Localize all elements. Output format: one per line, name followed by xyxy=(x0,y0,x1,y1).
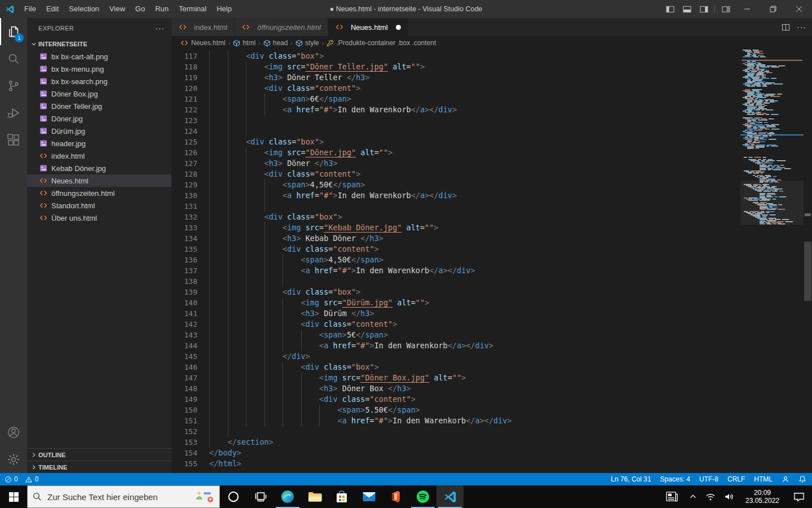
wifi-icon[interactable] xyxy=(701,485,720,508)
taskbar-file-explorer-icon[interactable] xyxy=(301,485,328,508)
minimap[interactable] xyxy=(740,50,804,473)
taskbar-cortana-icon[interactable] xyxy=(220,485,247,508)
code-line[interactable]: 150 <span>5.50€</span> xyxy=(171,405,812,415)
code-line[interactable]: 131 xyxy=(171,201,812,212)
code-line[interactable]: 154</body> xyxy=(171,448,812,458)
code-line[interactable]: 148 <h3> Döner Box </h3> xyxy=(171,383,812,394)
toggle-sidebar-icon[interactable] xyxy=(661,0,678,18)
taskbar-mail-icon[interactable] xyxy=(355,485,382,508)
line-number[interactable]: 141 xyxy=(171,308,197,319)
restore-button[interactable] xyxy=(760,0,786,18)
code-line[interactable]: 151 <a href="#">In den Warenkorb</a></di… xyxy=(171,415,812,426)
line-number[interactable]: 146 xyxy=(171,362,197,373)
code-line[interactable]: 144 <a href="#">In den Warenkorb</a></di… xyxy=(171,340,812,351)
taskbar-edge-icon[interactable] xyxy=(274,485,301,508)
line-number[interactable]: 131 xyxy=(171,201,197,212)
file-item[interactable]: Kebab Döner.jpg xyxy=(27,162,171,174)
line-number[interactable]: 151 xyxy=(171,415,197,426)
status-encoding[interactable]: UTF-8 xyxy=(699,475,718,483)
sidebar-more-actions[interactable]: ··· xyxy=(155,24,165,33)
action-center-icon[interactable] xyxy=(786,485,812,508)
line-number[interactable]: 144 xyxy=(171,340,197,351)
menu-file[interactable]: File xyxy=(19,0,41,18)
file-item[interactable]: Standort.html xyxy=(27,199,171,212)
tray-clock[interactable]: 20:09 23.05.2022 xyxy=(739,485,786,508)
code-line[interactable]: 145 </div> xyxy=(171,351,812,362)
activitybar-explorer-icon[interactable]: 1 xyxy=(0,18,27,45)
split-editor-icon[interactable] xyxy=(782,23,790,32)
outline-section-header[interactable]: OUTLINE xyxy=(27,448,171,461)
activitybar-run-debug-icon[interactable] xyxy=(0,99,27,126)
file-item[interactable]: Döner Box.jpg xyxy=(27,87,171,100)
news-widget-icon[interactable] xyxy=(660,485,685,508)
close-button[interactable] xyxy=(786,0,812,18)
code-line[interactable]: 138 xyxy=(171,276,812,287)
code-line[interactable]: 121 <span>6€</span> xyxy=(171,94,812,104)
file-item[interactable]: index.html xyxy=(27,150,171,162)
line-number[interactable]: 152 xyxy=(171,426,197,437)
code-line[interactable]: 142 <div class="content"> xyxy=(171,319,812,330)
taskbar-spotify-icon[interactable] xyxy=(409,485,436,508)
code-line[interactable]: 135 <div class="content"> xyxy=(171,244,812,255)
line-number[interactable]: 126 xyxy=(171,147,197,158)
file-item[interactable]: öffnungszeiten.html xyxy=(27,187,171,199)
line-number[interactable]: 135 xyxy=(171,244,197,255)
file-item[interactable]: header.jpg xyxy=(27,137,171,150)
status-cursor-position[interactable]: Ln 76, Col 31 xyxy=(611,475,651,483)
timeline-section-header[interactable]: TIMELINE xyxy=(27,461,171,473)
code-line[interactable]: 140 <img src="Dürüm.jpg" alt=""> xyxy=(171,297,812,308)
taskbar-task-view-icon[interactable] xyxy=(247,485,274,508)
code-editor[interactable]: 117 <div class="box">118 <img src="Döner… xyxy=(171,50,812,473)
line-number[interactable]: 136 xyxy=(171,255,197,265)
code-line[interactable]: 126 <img src="Döner.jpg" alt=""> xyxy=(171,147,812,158)
line-number[interactable]: 143 xyxy=(171,330,197,340)
menu-run[interactable]: Run xyxy=(150,0,174,18)
menu-help[interactable]: Help xyxy=(211,0,237,18)
file-item[interactable]: Döner.jpg xyxy=(27,112,171,125)
line-number[interactable]: 123 xyxy=(171,115,197,126)
code-line[interactable]: 141 <h3> Dürüm </h3> xyxy=(171,308,812,319)
breadcrumb-item[interactable]: style xyxy=(295,39,319,47)
tab-öffnungszeiten.html[interactable]: öffnungszeiten.html xyxy=(235,18,328,36)
line-number[interactable]: 147 xyxy=(171,373,197,383)
menu-go[interactable]: Go xyxy=(130,0,150,18)
line-number[interactable]: 139 xyxy=(171,287,197,297)
file-item[interactable]: bx bx-search.png xyxy=(27,75,171,87)
editor-more-actions[interactable]: ··· xyxy=(797,23,806,32)
line-number[interactable]: 129 xyxy=(171,179,197,190)
feedback-icon[interactable] xyxy=(782,475,789,483)
status-language-mode[interactable]: HTML xyxy=(754,475,773,483)
line-number[interactable]: 118 xyxy=(171,62,197,72)
breadcrumb-item[interactable]: .Produkte-container .box .content xyxy=(326,39,436,47)
line-number[interactable]: 150 xyxy=(171,405,197,415)
code-line[interactable]: 143 <span>5€</span> xyxy=(171,330,812,340)
activitybar-extensions-icon[interactable] xyxy=(0,126,27,154)
code-line[interactable]: 137 <a href="#">In den Warenkorb</a></di… xyxy=(171,265,812,276)
line-number[interactable]: 138 xyxy=(171,276,197,287)
menu-terminal[interactable]: Terminal xyxy=(174,0,211,18)
line-number[interactable]: 130 xyxy=(171,190,197,201)
code-line[interactable]: 149 <div class="content"> xyxy=(171,394,812,405)
line-number[interactable]: 153 xyxy=(171,437,197,448)
code-line[interactable]: 153 </section> xyxy=(171,437,812,448)
toggle-secondary-sidebar-icon[interactable] xyxy=(695,0,712,18)
taskbar-office-icon[interactable] xyxy=(382,485,409,508)
code-line[interactable]: 117 <div class="box"> xyxy=(171,51,812,62)
code-line[interactable]: 129 <span>4,50€</span> xyxy=(171,179,812,190)
line-number[interactable]: 149 xyxy=(171,394,197,405)
volume-icon[interactable] xyxy=(720,485,739,508)
line-number[interactable]: 122 xyxy=(171,104,197,115)
file-item[interactable]: bx bx-menu.png xyxy=(27,63,171,75)
code-line[interactable]: 125 <div class="box"> xyxy=(171,137,812,147)
code-line[interactable]: 146 <div class="box"> xyxy=(171,362,812,373)
status-indentation[interactable]: Spaces: 4 xyxy=(660,475,690,483)
line-number[interactable]: 140 xyxy=(171,297,197,308)
workspace-section-header[interactable]: INTERNETSEITE xyxy=(27,38,171,50)
code-line[interactable]: 133 <img src="Kebab Döner.jpg" alt=""> xyxy=(171,222,812,233)
taskbar-search-box[interactable]: Zur Suche Text hier eingeben xyxy=(27,485,220,508)
line-number[interactable]: 148 xyxy=(171,383,197,394)
code-line[interactable]: 128 <div class="content"> xyxy=(171,169,812,179)
line-number[interactable]: 128 xyxy=(171,169,197,179)
status-eol[interactable]: CRLF xyxy=(727,475,745,483)
code-line[interactable]: 127 <h3> Döner </h3> xyxy=(171,158,812,169)
